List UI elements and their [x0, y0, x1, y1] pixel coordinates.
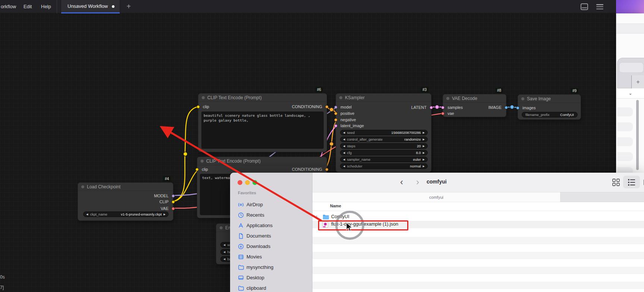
forward-button[interactable]: ›	[416, 177, 419, 187]
node-header[interactable]: KSampler	[336, 94, 431, 102]
finder-path-bar: comfyui	[312, 192, 560, 202]
folder-icon	[238, 285, 244, 291]
sidebar-item-recents[interactable]: Recents	[238, 212, 264, 218]
input-slot-samples[interactable]: samples	[447, 105, 463, 110]
input-slot-clip[interactable]: clip	[202, 167, 208, 172]
collapse-dot-icon[interactable]	[201, 160, 204, 163]
node-badge: #6	[315, 87, 323, 92]
airdrop-icon	[238, 202, 244, 208]
sidebar-item-airdrop[interactable]: AirDrop	[238, 201, 263, 208]
output-slot-image[interactable]: IMAGE	[489, 105, 502, 110]
red-highlight-box	[318, 220, 408, 230]
node-header[interactable]: Load Checkpoint	[78, 183, 173, 191]
widget-sampler-name[interactable]: ◀sampler_name euler▶	[340, 157, 428, 162]
sidebar-item-mysyncthing[interactable]: mysyncthing	[238, 264, 273, 270]
background-window-field[interactable]	[619, 62, 644, 73]
sidebar-item-movies[interactable]: Movies	[238, 254, 262, 260]
input-slot-negative[interactable]: negative	[340, 117, 356, 122]
widget-steps[interactable]: ◀steps 20▶	[340, 143, 428, 149]
input-slot-positive[interactable]: positive	[340, 111, 354, 116]
widget-seed[interactable]: ◀seed 156680208700286▶	[340, 130, 428, 135]
empty-list-stripe	[312, 267, 644, 274]
collapse-dot-icon[interactable]	[220, 226, 223, 229]
path-location-label: comfyui	[312, 192, 560, 202]
sidebar-item-documents[interactable]: Documents	[238, 233, 271, 239]
node-header[interactable]: Save Image	[518, 95, 581, 103]
list-header-row: Name	[312, 202, 644, 211]
input-slot-model[interactable]: model	[340, 104, 352, 110]
finder-sidebar: Favorites AirDrop Recents Applications D…	[230, 173, 312, 292]
zoom-window-button[interactable]	[252, 180, 257, 185]
sidebar-item-desktop[interactable]: Desktop	[238, 274, 264, 281]
node-load-checkpoint[interactable]: Load Checkpoint MODEL CLIP VAE ◀ckpt_nam…	[78, 182, 173, 221]
collapse-dot-icon[interactable]	[202, 96, 205, 99]
minimize-window-button[interactable]	[245, 180, 250, 185]
chevron-down-icon[interactable]: ⌄	[616, 88, 644, 98]
widget-control-after-generate[interactable]: ◀control_after_generate randomize▶	[340, 136, 428, 142]
screenshot-root: orkflow Edit Help Unsaved Workflow +	[0, 0, 644, 292]
empty-list-stripe	[312, 252, 644, 259]
node-header[interactable]: VAE Decode	[443, 94, 506, 103]
list-item	[617, 137, 633, 146]
node-save-image[interactable]: Save Image images filename_prefix ComfyU…	[518, 94, 581, 120]
prompt-textarea[interactable]: beautiful scenery nature glass bottle la…	[201, 112, 324, 149]
output-slot-conditioning[interactable]: CONDITIONING	[292, 167, 322, 172]
node-vae-decode[interactable]: VAE Decode samples vae IMAGE	[443, 94, 506, 117]
node-badge: #8	[495, 88, 503, 93]
input-slot-images[interactable]: images	[522, 105, 535, 110]
menu-bar: orkflow Edit Help Unsaved Workflow +	[0, 0, 616, 13]
node-title: VAE Decode	[452, 94, 477, 103]
finder-toolbar: ‹ › comfyui ⌄ ◇	[312, 173, 644, 192]
input-slot-vae[interactable]: vae	[447, 111, 454, 116]
list-item	[617, 122, 633, 131]
scrollbar[interactable]	[636, 100, 639, 170]
output-slot-model[interactable]: MODEL	[154, 193, 169, 198]
collapse-dot-icon[interactable]	[81, 185, 84, 188]
menu-workflow[interactable]: orkflow	[1, 0, 16, 13]
output-slot-vae[interactable]: VAE	[161, 206, 169, 211]
view-grid-icon[interactable]	[612, 178, 621, 187]
close-window-button[interactable]	[238, 180, 242, 185]
output-slot-clip[interactable]: CLIP	[160, 199, 169, 204]
view-list-icon[interactable]	[627, 178, 636, 187]
menubar-separator	[57, 0, 57, 13]
collapse-dot-icon[interactable]	[446, 97, 449, 100]
desktop-icon	[238, 275, 244, 281]
tab-label: Unsaved Workflow	[67, 0, 108, 13]
new-tab-button[interactable]: +	[631, 75, 644, 88]
output-slot-conditioning[interactable]: CONDITIONING	[292, 104, 322, 109]
collapse-dot-icon[interactable]	[521, 97, 524, 100]
widget-ckpt-name[interactable]: ◀ckpt_name v1-5-pruned-emaonly.ckpt▶	[83, 211, 169, 217]
toggle-bottom-panel-icon[interactable]	[581, 3, 588, 10]
sidebar-item-clipboard[interactable]: clipboard	[238, 285, 266, 291]
node-header[interactable]: CLIP Text Encode (Prompt)	[198, 94, 327, 102]
input-slot-clip[interactable]: clip	[203, 104, 209, 109]
input-slot-latent-image[interactable]: latent_image	[340, 123, 364, 128]
tab-unsaved-workflow[interactable]: Unsaved Workflow	[61, 0, 120, 13]
widget-filename-prefix[interactable]: filename_prefix ComfyUI	[522, 112, 578, 117]
menu-edit[interactable]: Edit	[23, 0, 32, 13]
hamburger-menu-icon[interactable]	[596, 4, 603, 9]
menu-help[interactable]: Help	[41, 0, 51, 13]
list-item	[617, 107, 633, 116]
sidebar-item-applications[interactable]: Applications	[238, 222, 273, 229]
column-header-name[interactable]: Name	[330, 204, 341, 208]
widget-scheduler[interactable]: ◀scheduler normal▶	[340, 163, 428, 169]
sidebar-item-downloads[interactable]: Downloads	[238, 243, 270, 249]
widget-cfg[interactable]: ◀cfg 8.0▶	[340, 150, 428, 156]
film-icon	[238, 254, 244, 260]
status-text: 7]	[0, 285, 4, 290]
node-title: Load Checkpoint	[87, 183, 120, 191]
node-title: Save Image	[527, 95, 551, 103]
unsaved-dot-icon	[112, 5, 114, 8]
folder-icon	[238, 264, 244, 270]
output-slot-latent[interactable]: LATENT	[411, 105, 427, 110]
node-header[interactable]: CLIP Text Encode (Prompt)	[197, 157, 327, 165]
disclosure-chevron-icon[interactable]: ›	[316, 214, 320, 219]
finder-window[interactable]: Favorites AirDrop Recents Applications D…	[230, 173, 644, 292]
back-button[interactable]: ‹	[400, 177, 403, 187]
new-workflow-tab-button[interactable]: +	[123, 0, 134, 13]
node-ksampler[interactable]: KSampler model positive negative latent_…	[336, 93, 431, 172]
collapse-dot-icon[interactable]	[339, 96, 342, 99]
node-clip-text-encode-positive[interactable]: CLIP Text Encode (Prompt) clip CONDITION…	[198, 93, 327, 152]
